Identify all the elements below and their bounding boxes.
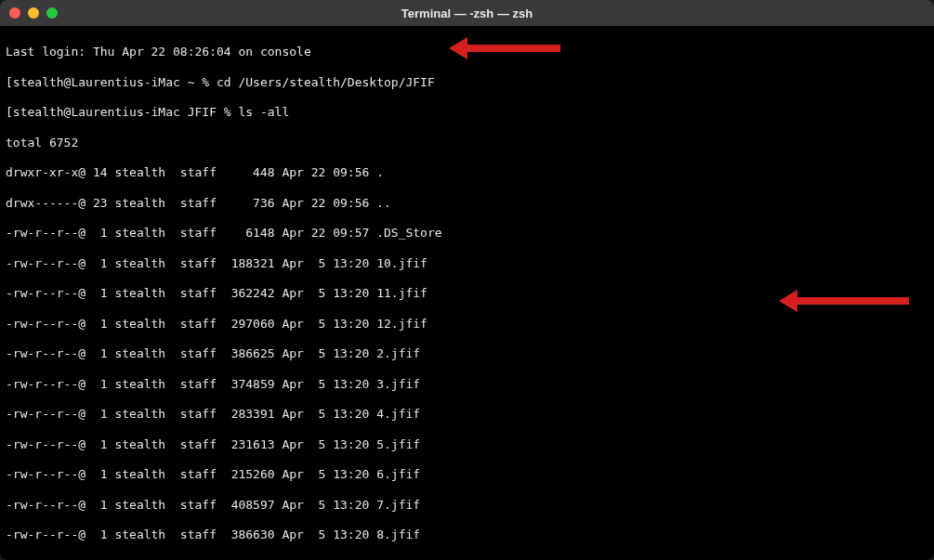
terminal-line: -rw-r--r--@ 1 stealth staff 215260 Apr 5… xyxy=(6,467,928,482)
traffic-lights xyxy=(9,7,58,19)
terminal-window: Terminal — -zsh — zsh Last login: Thu Ap… xyxy=(0,0,934,560)
terminal-line: -rw-r--r--@ 1 stealth staff 297060 Apr 5… xyxy=(6,317,928,332)
terminal-line: -rw-r--r--@ 1 stealth staff 386625 Apr 5… xyxy=(6,346,928,361)
maximize-icon[interactable] xyxy=(46,7,58,19)
minimize-icon[interactable] xyxy=(28,7,39,19)
arrow-head-icon xyxy=(449,37,467,59)
terminal-line: [stealth@Laurentius-iMac JFIF % ls -all xyxy=(6,105,928,120)
window-title: Terminal — -zsh — zsh xyxy=(401,7,533,20)
arrow-shaft xyxy=(797,297,909,305)
terminal-line-cd-command: [stealth@Laurentius-iMac ~ % cd /Users/s… xyxy=(6,75,928,90)
terminal-line: -rw-r--r--@ 1 stealth staff 408597 Apr 5… xyxy=(6,498,928,513)
terminal-line: -rw-r--r--@ 1 stealth staff 188321 Apr 5… xyxy=(6,256,928,271)
terminal-line: -rw-r--r--@ 1 stealth staff 283391 Apr 5… xyxy=(6,407,928,422)
terminal-line: -rw-r--r--@ 1 stealth staff 374859 Apr 5… xyxy=(6,377,928,392)
terminal-line: -rw-r--r--@ 1 stealth staff 386630 Apr 5… xyxy=(6,527,928,542)
terminal-line: -rw-r--r--@ 1 stealth staff 6148 Apr 22 … xyxy=(6,226,928,241)
terminal-line: total 6752 xyxy=(6,136,928,150)
annotation-arrow-icon xyxy=(449,37,560,59)
terminal-line: -rw-r--r--@ 1 stealth staff 231613 Apr 5… xyxy=(6,437,928,452)
terminal-content[interactable]: Last login: Thu Apr 22 08:26:04 on conso… xyxy=(0,26,934,560)
title-bar[interactable]: Terminal — -zsh — zsh xyxy=(0,0,934,26)
terminal-line: drwxr-xr-x@ 14 stealth staff 448 Apr 22 … xyxy=(6,165,928,180)
close-icon[interactable] xyxy=(9,7,20,19)
terminal-line: drwx------@ 23 stealth staff 736 Apr 22 … xyxy=(6,196,928,211)
annotation-arrow-icon xyxy=(779,290,909,312)
arrow-head-icon xyxy=(779,290,797,312)
arrow-shaft xyxy=(467,45,560,52)
